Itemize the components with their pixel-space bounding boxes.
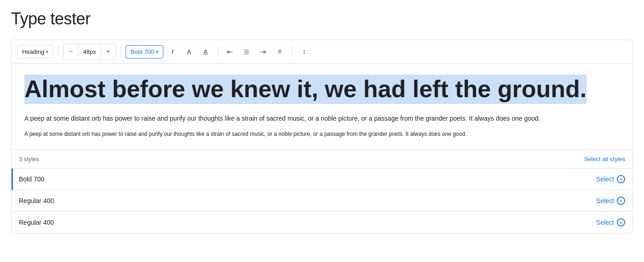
align-right-icon: ⇥ bbox=[260, 47, 266, 56]
highlight-icon: A bbox=[187, 48, 191, 55]
style-row-1[interactable]: Regular 400 Select + bbox=[12, 190, 632, 212]
italic-button[interactable]: I bbox=[165, 44, 180, 59]
style-row-2[interactable]: Regular 400 Select + bbox=[12, 212, 632, 233]
styles-section: 3 styles Select all styles Bold 700 Sele… bbox=[12, 150, 632, 233]
preview-body-1: A peep at some distant orb has power to … bbox=[24, 113, 620, 123]
line-height-button[interactable]: ↕ bbox=[297, 44, 311, 59]
toolbar: Heading ▾ − 48px + Bold 700 ▾ I A A ⇤ ≣ bbox=[12, 40, 632, 64]
style-select-label-0: Select bbox=[596, 175, 614, 183]
style-name-2: Regular 400 bbox=[19, 219, 54, 226]
page-title: Type tester bbox=[11, 9, 633, 29]
align-center-icon: ≣ bbox=[243, 47, 249, 56]
preview-heading[interactable]: Almost before we knew it, we had left th… bbox=[24, 75, 586, 104]
size-decrease-button[interactable]: − bbox=[63, 44, 78, 59]
size-value: 48px bbox=[78, 48, 100, 55]
weight-chevron-icon: ▾ bbox=[156, 49, 158, 54]
heading-dropdown-label: Heading bbox=[22, 48, 44, 55]
toolbar-divider-3 bbox=[218, 46, 218, 57]
weight-dropdown[interactable]: Bold 700 ▾ bbox=[126, 45, 163, 58]
styles-header: 3 styles Select all styles bbox=[12, 150, 632, 169]
type-tester-container: Heading ▾ − 48px + Bold 700 ▾ I A A ⇤ ≣ bbox=[11, 40, 633, 233]
styles-count: 3 styles bbox=[19, 156, 39, 163]
style-select-label-2: Select bbox=[596, 219, 614, 226]
size-increase-button[interactable]: + bbox=[101, 44, 115, 59]
style-name-0: Bold 700 bbox=[19, 175, 44, 183]
highlight-button[interactable]: A bbox=[182, 44, 196, 59]
line-height-icon: ↕ bbox=[302, 47, 306, 56]
underline-icon: A bbox=[203, 48, 207, 55]
align-justify-button[interactable]: ≡ bbox=[272, 44, 287, 59]
style-select-plus-2: + bbox=[617, 218, 625, 227]
style-select-label-1: Select bbox=[596, 197, 614, 204]
align-left-icon: ⇤ bbox=[227, 47, 233, 56]
size-control: − 48px + bbox=[63, 44, 115, 59]
preview-area: Almost before we knew it, we had left th… bbox=[12, 64, 632, 150]
align-justify-icon: ≡ bbox=[277, 47, 282, 56]
style-select-2[interactable]: Select + bbox=[596, 218, 625, 227]
toolbar-divider-4 bbox=[292, 46, 292, 57]
select-all-styles-link[interactable]: Select all styles bbox=[584, 156, 625, 163]
italic-icon: I bbox=[172, 48, 173, 55]
style-select-0[interactable]: Select + bbox=[596, 175, 625, 183]
underline-button[interactable]: A bbox=[198, 44, 213, 59]
align-left-button[interactable]: ⇤ bbox=[223, 44, 237, 59]
heading-chevron-icon: ▾ bbox=[46, 49, 48, 54]
style-select-1[interactable]: Select + bbox=[596, 197, 625, 205]
style-select-plus-1: + bbox=[617, 197, 625, 205]
heading-dropdown[interactable]: Heading ▾ bbox=[17, 45, 53, 58]
style-name-1: Regular 400 bbox=[19, 197, 54, 204]
align-right-button[interactable]: ⇥ bbox=[256, 44, 270, 59]
style-row-0[interactable]: Bold 700 Select + bbox=[12, 169, 632, 190]
toolbar-divider-2 bbox=[121, 46, 121, 57]
weight-dropdown-label: Bold 700 bbox=[131, 48, 154, 55]
style-select-plus-0: + bbox=[617, 175, 625, 183]
toolbar-divider-1 bbox=[58, 46, 58, 57]
align-center-button[interactable]: ≣ bbox=[239, 44, 254, 59]
preview-body-2: A peep at some distant orb has power to … bbox=[24, 130, 620, 139]
